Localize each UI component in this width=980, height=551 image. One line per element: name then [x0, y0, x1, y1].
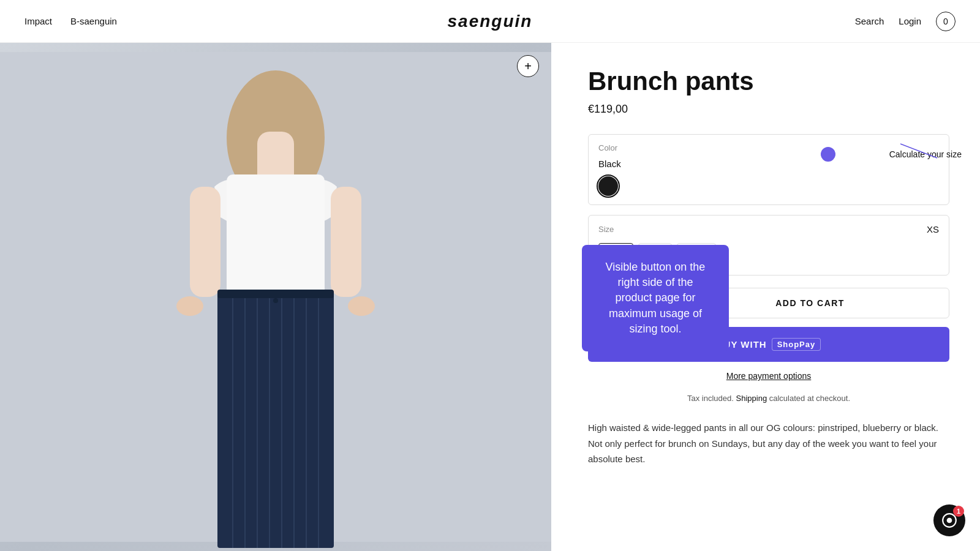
calculate-size-button[interactable]: Calculate your size [821, 147, 962, 162]
svg-rect-5 [331, 187, 361, 297]
chat-widget[interactable]: 1 [933, 504, 965, 536]
svg-point-16 [273, 298, 278, 303]
nav-right: Search Login 0 [855, 12, 956, 31]
tax-info: Tax included. Shipping calculated at che… [588, 394, 949, 403]
cart-button[interactable]: 0 [936, 12, 956, 31]
size-selected: XS [927, 224, 939, 234]
chat-badge: 1 [953, 506, 964, 517]
site-logo: saenguin [448, 12, 533, 31]
site-header: Impact B-saenguin saenguin Search Login … [0, 0, 980, 43]
tooltip-text: Visible button on the right side of the … [606, 261, 706, 335]
shipping-link[interactable]: Shipping [736, 394, 767, 403]
svg-point-17 [176, 296, 203, 316]
product-image-container: + [0, 43, 551, 551]
nav-impact[interactable]: Impact [24, 16, 52, 26]
search-link[interactable]: Search [855, 16, 884, 26]
product-image [0, 43, 551, 551]
product-price: €119,00 [588, 103, 949, 116]
color-section: Color Black [588, 134, 949, 205]
svg-rect-15 [217, 290, 334, 298]
calculate-size-dot [821, 147, 835, 162]
more-payment: More payment options [588, 370, 949, 381]
svg-rect-3 [227, 174, 325, 297]
color-swatches [598, 176, 939, 196]
product-details: Brunch pants €119,00 Calculate your size… [551, 43, 980, 551]
login-link[interactable]: Login [899, 16, 921, 26]
size-header: Size XS [598, 224, 939, 234]
nav-b-saenguin[interactable]: B-saenguin [70, 16, 117, 26]
svg-point-18 [348, 296, 375, 316]
product-title: Brunch pants [588, 67, 949, 96]
sizing-tooltip: Visible button on the right side of the … [582, 245, 729, 351]
svg-line-19 [900, 144, 937, 158]
calculate-size-line-svg [900, 141, 943, 159]
shop-pay-label: ShopPay [772, 338, 821, 351]
svg-rect-4 [190, 187, 221, 297]
svg-rect-6 [217, 291, 334, 548]
more-payment-link[interactable]: More payment options [726, 371, 812, 381]
nav-left: Impact B-saenguin [24, 16, 117, 26]
product-description: High waisted & wide-legged pants in all … [588, 420, 949, 467]
shipping-text: calculated at checkout. [769, 394, 850, 403]
color-swatch-black[interactable] [598, 176, 618, 196]
tax-info-text: Tax included. [687, 394, 734, 403]
svg-point-21 [947, 518, 952, 523]
size-label: Size [598, 225, 614, 234]
main-layout: + Brunch pants €119,00 Calculate your si… [0, 43, 980, 551]
zoom-button[interactable]: + [517, 55, 539, 77]
